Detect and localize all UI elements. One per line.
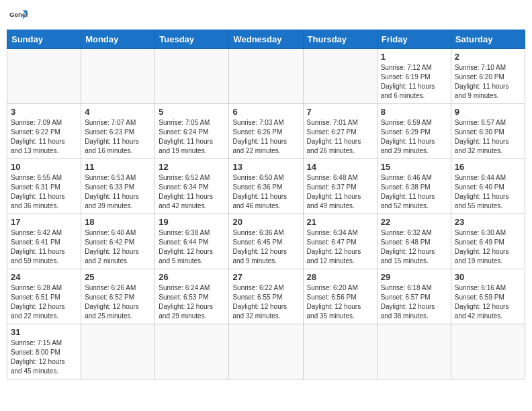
calendar-day-cell: 5Sunrise: 7:05 AM Sunset: 6:24 PM Daylig…	[155, 104, 229, 159]
day-info: Sunrise: 7:07 AM Sunset: 6:23 PM Dayligh…	[85, 118, 151, 156]
day-info: Sunrise: 6:26 AM Sunset: 6:52 PM Dayligh…	[85, 283, 151, 321]
day-number: 19	[159, 217, 225, 227]
day-info: Sunrise: 6:34 AM Sunset: 6:47 PM Dayligh…	[307, 228, 373, 266]
day-number: 9	[455, 107, 521, 117]
calendar-day-cell	[229, 49, 303, 104]
calendar-day-cell: 24Sunrise: 6:28 AM Sunset: 6:51 PM Dayli…	[7, 269, 81, 324]
day-number: 24	[11, 272, 77, 282]
day-info: Sunrise: 6:24 AM Sunset: 6:53 PM Dayligh…	[159, 283, 225, 321]
day-of-week-header: Wednesday	[229, 30, 303, 49]
day-info: Sunrise: 7:10 AM Sunset: 6:20 PM Dayligh…	[455, 63, 521, 101]
calendar-day-cell: 21Sunrise: 6:34 AM Sunset: 6:47 PM Dayli…	[303, 214, 377, 269]
calendar-day-cell: 22Sunrise: 6:32 AM Sunset: 6:48 PM Dayli…	[377, 214, 451, 269]
calendar-day-cell	[155, 49, 229, 104]
calendar-week-row: 17Sunrise: 6:42 AM Sunset: 6:41 PM Dayli…	[7, 214, 525, 269]
calendar-day-cell	[7, 49, 81, 104]
day-number: 18	[85, 217, 151, 227]
header: General	[7, 7, 525, 26]
day-info: Sunrise: 7:03 AM Sunset: 6:26 PM Dayligh…	[232, 118, 299, 156]
day-number: 1	[381, 52, 447, 62]
day-info: Sunrise: 6:22 AM Sunset: 6:55 PM Dayligh…	[232, 283, 299, 321]
day-info: Sunrise: 6:53 AM Sunset: 6:33 PM Dayligh…	[85, 173, 151, 211]
day-info: Sunrise: 6:50 AM Sunset: 6:36 PM Dayligh…	[232, 173, 299, 211]
calendar-day-cell: 4Sunrise: 7:07 AM Sunset: 6:23 PM Daylig…	[81, 104, 155, 159]
calendar-day-cell: 9Sunrise: 6:57 AM Sunset: 6:30 PM Daylig…	[451, 104, 525, 159]
day-number: 30	[455, 272, 521, 282]
day-of-week-header: Friday	[377, 30, 451, 49]
day-number: 22	[381, 217, 447, 227]
calendar-week-row: 3Sunrise: 7:09 AM Sunset: 6:22 PM Daylig…	[7, 104, 525, 159]
calendar-week-row: 24Sunrise: 6:28 AM Sunset: 6:51 PM Dayli…	[7, 269, 525, 324]
calendar-day-cell: 11Sunrise: 6:53 AM Sunset: 6:33 PM Dayli…	[81, 159, 155, 214]
calendar-day-cell: 19Sunrise: 6:38 AM Sunset: 6:44 PM Dayli…	[155, 214, 229, 269]
day-number: 5	[159, 107, 225, 117]
day-info: Sunrise: 6:55 AM Sunset: 6:31 PM Dayligh…	[11, 173, 77, 211]
day-of-week-header: Monday	[81, 30, 155, 49]
day-info: Sunrise: 6:44 AM Sunset: 6:40 PM Dayligh…	[455, 173, 521, 211]
day-info: Sunrise: 7:01 AM Sunset: 6:27 PM Dayligh…	[307, 118, 373, 156]
calendar-day-cell: 2Sunrise: 7:10 AM Sunset: 6:20 PM Daylig…	[451, 49, 525, 104]
day-info: Sunrise: 6:46 AM Sunset: 6:38 PM Dayligh…	[381, 173, 447, 211]
day-info: Sunrise: 7:09 AM Sunset: 6:22 PM Dayligh…	[11, 118, 77, 156]
day-number: 29	[381, 272, 447, 282]
day-number: 16	[455, 162, 521, 172]
day-info: Sunrise: 6:52 AM Sunset: 6:34 PM Dayligh…	[159, 173, 225, 211]
calendar-day-cell: 30Sunrise: 6:16 AM Sunset: 6:59 PM Dayli…	[451, 269, 525, 324]
day-number: 26	[159, 272, 225, 282]
calendar-day-cell: 3Sunrise: 7:09 AM Sunset: 6:22 PM Daylig…	[7, 104, 81, 159]
day-info: Sunrise: 6:40 AM Sunset: 6:42 PM Dayligh…	[85, 228, 151, 266]
day-number: 21	[307, 217, 373, 227]
calendar-day-cell: 12Sunrise: 6:52 AM Sunset: 6:34 PM Dayli…	[155, 159, 229, 214]
calendar-day-cell	[81, 49, 155, 104]
day-number: 17	[11, 217, 77, 227]
day-number: 28	[307, 272, 373, 282]
calendar-header-row: SundayMondayTuesdayWednesdayThursdayFrid…	[7, 30, 525, 49]
calendar-day-cell: 17Sunrise: 6:42 AM Sunset: 6:41 PM Dayli…	[7, 214, 81, 269]
calendar-day-cell: 29Sunrise: 6:18 AM Sunset: 6:57 PM Dayli…	[377, 269, 451, 324]
calendar-table: SundayMondayTuesdayWednesdayThursdayFrid…	[7, 30, 525, 379]
day-info: Sunrise: 6:30 AM Sunset: 6:49 PM Dayligh…	[455, 228, 521, 266]
calendar-day-cell: 28Sunrise: 6:20 AM Sunset: 6:56 PM Dayli…	[303, 269, 377, 324]
day-number: 25	[85, 272, 151, 282]
calendar-day-cell	[377, 324, 451, 379]
calendar-day-cell: 1Sunrise: 7:12 AM Sunset: 6:19 PM Daylig…	[377, 49, 451, 104]
calendar-day-cell	[229, 324, 303, 379]
calendar-day-cell: 18Sunrise: 6:40 AM Sunset: 6:42 PM Dayli…	[81, 214, 155, 269]
day-number: 3	[11, 107, 77, 117]
calendar-day-cell	[451, 324, 525, 379]
calendar-day-cell: 20Sunrise: 6:36 AM Sunset: 6:45 PM Dayli…	[229, 214, 303, 269]
day-number: 13	[232, 162, 299, 172]
calendar-day-cell: 26Sunrise: 6:24 AM Sunset: 6:53 PM Dayli…	[155, 269, 229, 324]
calendar-day-cell: 7Sunrise: 7:01 AM Sunset: 6:27 PM Daylig…	[303, 104, 377, 159]
day-info: Sunrise: 6:18 AM Sunset: 6:57 PM Dayligh…	[381, 283, 447, 321]
day-of-week-header: Tuesday	[155, 30, 229, 49]
day-info: Sunrise: 6:36 AM Sunset: 6:45 PM Dayligh…	[232, 228, 299, 266]
day-number: 4	[85, 107, 151, 117]
day-info: Sunrise: 6:16 AM Sunset: 6:59 PM Dayligh…	[455, 283, 521, 321]
day-number: 11	[85, 162, 151, 172]
day-of-week-header: Saturday	[451, 30, 525, 49]
calendar-day-cell	[303, 324, 377, 379]
day-number: 8	[381, 107, 447, 117]
day-info: Sunrise: 6:59 AM Sunset: 6:29 PM Dayligh…	[381, 118, 447, 156]
calendar-day-cell	[303, 49, 377, 104]
day-number: 23	[455, 217, 521, 227]
calendar-day-cell: 31Sunrise: 7:15 AM Sunset: 8:00 PM Dayli…	[7, 324, 81, 379]
calendar-week-row: 10Sunrise: 6:55 AM Sunset: 6:31 PM Dayli…	[7, 159, 525, 214]
day-info: Sunrise: 6:48 AM Sunset: 6:37 PM Dayligh…	[307, 173, 373, 211]
calendar-day-cell: 23Sunrise: 6:30 AM Sunset: 6:49 PM Dayli…	[451, 214, 525, 269]
day-info: Sunrise: 6:32 AM Sunset: 6:48 PM Dayligh…	[381, 228, 447, 266]
calendar-day-cell: 25Sunrise: 6:26 AM Sunset: 6:52 PM Dayli…	[81, 269, 155, 324]
calendar-day-cell	[81, 324, 155, 379]
day-info: Sunrise: 7:15 AM Sunset: 8:00 PM Dayligh…	[11, 338, 77, 376]
day-info: Sunrise: 7:05 AM Sunset: 6:24 PM Dayligh…	[159, 118, 225, 156]
day-number: 7	[307, 107, 373, 117]
calendar-day-cell: 16Sunrise: 6:44 AM Sunset: 6:40 PM Dayli…	[451, 159, 525, 214]
calendar-day-cell: 27Sunrise: 6:22 AM Sunset: 6:55 PM Dayli…	[229, 269, 303, 324]
day-number: 2	[455, 52, 521, 62]
day-number: 6	[232, 107, 299, 117]
day-of-week-header: Thursday	[303, 30, 377, 49]
day-number: 10	[11, 162, 77, 172]
calendar-day-cell: 8Sunrise: 6:59 AM Sunset: 6:29 PM Daylig…	[377, 104, 451, 159]
calendar-day-cell: 6Sunrise: 7:03 AM Sunset: 6:26 PM Daylig…	[229, 104, 303, 159]
